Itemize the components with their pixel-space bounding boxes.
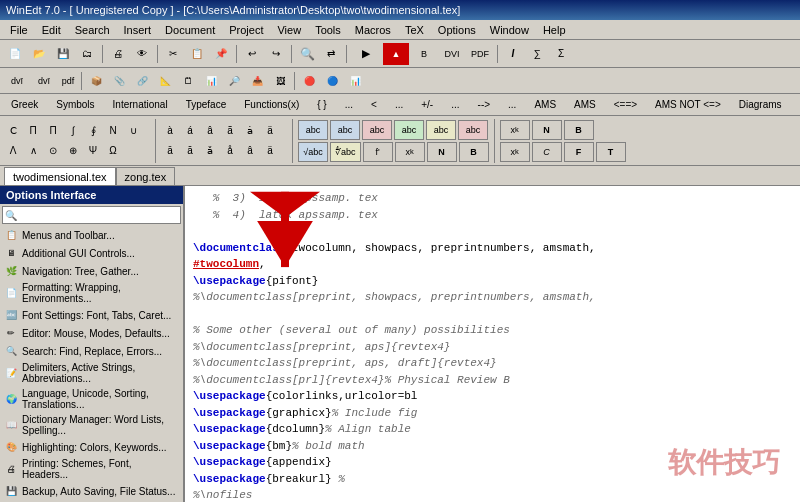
char-Pi2[interactable]: Π xyxy=(44,122,62,140)
calC-btn[interactable]: C xyxy=(532,142,562,162)
sqrt-var-btn[interactable]: ∜abc xyxy=(330,142,361,162)
menu-tex[interactable]: TeX xyxy=(399,22,430,38)
sqrt-btn[interactable]: √abc xyxy=(298,142,328,162)
tab-dots2[interactable]: ... xyxy=(388,96,410,114)
search-button[interactable]: 🔍 xyxy=(296,43,318,65)
abc-btn5[interactable]: abc xyxy=(426,120,456,140)
tb2-btn7[interactable]: 📐 xyxy=(154,70,176,92)
tab-amsarrow[interactable]: <==> xyxy=(607,96,644,114)
char-circle[interactable]: ⊙ xyxy=(44,142,62,160)
tab-typeface[interactable]: Typeface xyxy=(179,96,234,114)
tab-plusminus[interactable]: +/- xyxy=(414,96,440,114)
menu-window[interactable]: Window xyxy=(484,22,535,38)
tab-amsnot[interactable]: AMS NOT <=> xyxy=(648,96,728,114)
tb2-btn1[interactable]: dvī xyxy=(4,70,30,92)
char-oint[interactable]: ∮ xyxy=(84,122,102,140)
tb2-btn6[interactable]: 🔗 xyxy=(131,70,153,92)
new-button[interactable]: 📄 xyxy=(4,43,26,65)
char-a-circ[interactable]: â xyxy=(201,122,219,140)
tab-braces[interactable]: { } xyxy=(310,96,333,114)
save-button[interactable]: 💾 xyxy=(52,43,74,65)
redo-button[interactable]: ↪ xyxy=(265,43,287,65)
file-tab-twodimensional[interactable]: twodimensional.tex xyxy=(4,167,116,185)
menu-macros[interactable]: Macros xyxy=(349,22,397,38)
char-oplus[interactable]: ⊕ xyxy=(64,142,82,160)
tab-dots3[interactable]: ... xyxy=(444,96,466,114)
tab-ams2[interactable]: AMS xyxy=(567,96,603,114)
char-a-acute[interactable]: á xyxy=(181,122,199,140)
N2-btn[interactable]: N xyxy=(532,120,562,140)
sidebar-item-highlight[interactable]: 🎨 Highlighting: Colors, Keywords... xyxy=(0,438,183,456)
char-slash[interactable]: ∧ xyxy=(24,142,42,160)
tb2-btn15[interactable]: 📊 xyxy=(344,70,366,92)
tb2-btn2[interactable]: dvī xyxy=(31,70,57,92)
xk2-btn[interactable]: xk xyxy=(500,142,530,162)
sidebar-search-input[interactable] xyxy=(19,210,180,221)
menu-file[interactable]: File xyxy=(4,22,34,38)
abc-btn2[interactable]: abc xyxy=(330,120,360,140)
sidebar-item-delim[interactable]: 📝 Delimiters, Active Strings, Abbreviati… xyxy=(0,360,183,386)
tab-dots[interactable]: ... xyxy=(338,96,360,114)
open-button[interactable]: 📂 xyxy=(28,43,50,65)
tab-arrow[interactable]: --> xyxy=(471,96,498,114)
char-U[interactable]: ∪ xyxy=(124,122,142,140)
pdflatex-button[interactable]: ▲ xyxy=(383,43,409,65)
sidebar-item-search[interactable]: 🔍 Search: Find, Replace, Errors... xyxy=(0,342,183,360)
char-a-bar[interactable]: ā xyxy=(161,142,179,160)
tab-dots4[interactable]: ... xyxy=(501,96,523,114)
B-btn[interactable]: B xyxy=(459,142,489,162)
preview-button[interactable]: 👁 xyxy=(131,43,153,65)
abc-btn3[interactable]: abc xyxy=(362,120,392,140)
B2-btn[interactable]: B xyxy=(564,120,594,140)
tab-international[interactable]: International xyxy=(106,96,175,114)
menu-insert[interactable]: Insert xyxy=(118,22,158,38)
sidebar-item-editor[interactable]: ✏ Editor: Mouse, Modes, Defaults... xyxy=(0,324,183,342)
sigma-button[interactable]: Σ xyxy=(550,43,572,65)
replace-button[interactable]: ⇄ xyxy=(320,43,342,65)
print-button[interactable]: 🖨 xyxy=(107,43,129,65)
view-dvi-button[interactable]: DVI xyxy=(439,43,465,65)
sidebar-item-font[interactable]: 🔤 Font Settings: Font, Tabs, Caret... xyxy=(0,306,183,324)
tb2-btn9[interactable]: 📊 xyxy=(200,70,222,92)
tb2-btn4[interactable]: 📦 xyxy=(85,70,107,92)
math-button[interactable]: ∑ xyxy=(526,43,548,65)
tb2-btn10[interactable]: 🔎 xyxy=(223,70,245,92)
char-omega[interactable]: Ω xyxy=(104,142,122,160)
char-Pi[interactable]: Π xyxy=(24,122,42,140)
italic-button[interactable]: I xyxy=(502,43,524,65)
file-tab-zong[interactable]: zong.tex xyxy=(116,167,176,185)
sidebar-item-dict[interactable]: 📖 Dictionary Manager: Word Lists, Spelli… xyxy=(0,412,183,438)
F-btn[interactable]: F xyxy=(564,142,594,162)
tb2-btn11[interactable]: 📥 xyxy=(246,70,268,92)
abc-btn6[interactable]: abc xyxy=(458,120,488,140)
char-a-ddot[interactable]: ä xyxy=(261,122,279,140)
char-a-breve[interactable]: ă xyxy=(181,142,199,160)
saveall-button[interactable]: 🗂 xyxy=(76,43,98,65)
tab-greek[interactable]: Greek xyxy=(4,96,45,114)
menu-view[interactable]: View xyxy=(271,22,307,38)
menu-tools[interactable]: Tools xyxy=(309,22,347,38)
sidebar-item-gui[interactable]: 🖥 Additional GUI Controls... xyxy=(0,244,183,262)
tex-button[interactable]: ▶ xyxy=(351,43,381,65)
tb2-btn3[interactable]: pdf xyxy=(58,70,78,92)
tab-symbols[interactable]: Symbols xyxy=(49,96,101,114)
tab-lt[interactable]: < xyxy=(364,96,384,114)
abc-btn1[interactable]: abc xyxy=(298,120,328,140)
abc-btn4[interactable]: abc xyxy=(394,120,424,140)
sidebar-item-print[interactable]: 🖨 Printing: Schemes, Font, Headers... xyxy=(0,456,183,482)
char-a-dot[interactable]: ȧ xyxy=(241,122,259,140)
menu-search[interactable]: Search xyxy=(69,22,116,38)
sidebar-item-lang[interactable]: 🌍 Language, Unicode, Sorting, Translatio… xyxy=(0,386,183,412)
tab-diagrams[interactable]: Diagrams xyxy=(732,96,789,114)
menu-options[interactable]: Options xyxy=(432,22,482,38)
bibtex-button[interactable]: B xyxy=(411,43,437,65)
superscript-btn[interactable]: xk xyxy=(395,142,425,162)
sidebar-search-box[interactable]: 🔍 xyxy=(2,206,181,224)
editor-content[interactable]: % 3) latex apssamp. tex % 4) latex apssa… xyxy=(185,186,800,502)
T-btn[interactable]: T xyxy=(596,142,626,162)
char-N[interactable]: N xyxy=(104,122,122,140)
menu-document[interactable]: Document xyxy=(159,22,221,38)
menu-help[interactable]: Help xyxy=(537,22,572,38)
sidebar-item-backup[interactable]: 💾 Backup, Auto Saving, File Status... xyxy=(0,482,183,500)
undo-button[interactable]: ↩ xyxy=(241,43,263,65)
